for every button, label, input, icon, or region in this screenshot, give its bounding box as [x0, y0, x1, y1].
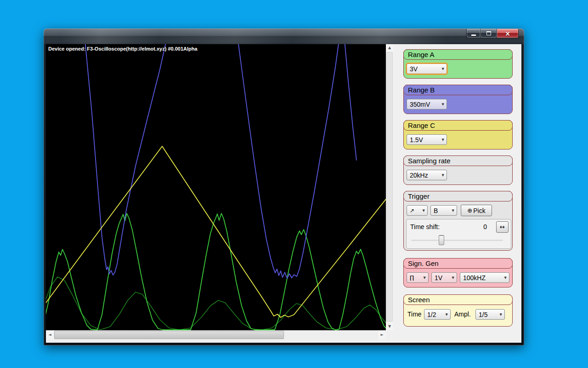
scroll-down-icon: ▼ [388, 325, 391, 328]
screen-label: Screen [408, 296, 430, 304]
device-status-text: Device opened: F3-Oscilloscope(http://el… [48, 46, 198, 52]
scroll-up-button[interactable]: ▲ [386, 44, 393, 52]
trigger-channel-select[interactable]: B ▼ [430, 205, 457, 216]
screen-ampl-select[interactable]: 1/5 ▼ [475, 309, 505, 320]
dropdown-arrow-icon: ▼ [442, 138, 444, 142]
range-a-group: Range A 3V ▼ [403, 49, 513, 79]
maximize-button[interactable] [480, 29, 497, 38]
generator-level-value: 1V [435, 274, 450, 282]
scroll-down-button[interactable]: ▼ [386, 323, 393, 330]
range-c-select[interactable]: 1.5V ▼ [407, 134, 447, 145]
time-shift-value: 0 [483, 223, 487, 230]
signal-generator-title[interactable]: Sign. Gen [403, 258, 513, 269]
range-c-title[interactable]: Range C [403, 120, 513, 131]
range-b-title[interactable]: Range B [403, 85, 513, 95]
app-window: × Device opened: F3-Oscilloscope(http://… [44, 29, 524, 345]
signal-generator-label: Sign. Gen [408, 259, 439, 267]
screen-ampl-value: 1/5 [479, 311, 498, 318]
time-shift-slider-track[interactable] [411, 240, 503, 241]
signal-generator-group: Sign. Gen ∏ ▼ 1V ▼ 100kHZ ▼ [403, 258, 513, 288]
trigger-channel-value: B [434, 207, 450, 214]
range-c-value: 1.5V [410, 136, 440, 144]
range-a-title[interactable]: Range A [403, 49, 513, 60]
scroll-right-icon: ► [380, 333, 383, 337]
scroll-left-icon: ◄ [48, 333, 51, 337]
dropdown-arrow-icon: ▼ [423, 209, 425, 213]
horizontal-scrollbar-thumb[interactable] [54, 331, 284, 339]
range-a-select[interactable]: 3V ▼ [407, 63, 447, 74]
sampling-rate-select[interactable]: 20kHz ▼ [407, 170, 447, 180]
pick-crosshair-icon: ⊕ [467, 207, 472, 214]
sampling-rate-value: 20kHz [410, 172, 440, 179]
dropdown-arrow-icon: ▼ [442, 103, 444, 106]
titlebar-glass [44, 29, 524, 44]
range-b-label: Range B [408, 86, 435, 94]
screen-ampl-label: Ampl. [454, 310, 471, 318]
control-panel: Range A 3V ▼ Range B 350mV ▼ [393, 44, 521, 343]
scrollbar-corner [386, 330, 393, 339]
trigger-label: Trigger [408, 192, 430, 200]
desktop: { "colors": { "desktop": "#0aa4ec", "sco… [0, 0, 588, 368]
scroll-right-button[interactable]: ► [378, 330, 386, 339]
pick-label: Pick [473, 207, 485, 214]
vertical-scrollbar-thumb[interactable] [386, 52, 393, 322]
scope-svg [46, 44, 386, 330]
caption-buttons: × [467, 29, 519, 38]
generator-frequency-value: 100kHZ [463, 274, 503, 282]
screen-group: Screen Time Ampl. 1/2 ▼ 1/5 ▼ [403, 294, 513, 327]
trigger-pick-button[interactable]: ⊕ Pick [461, 205, 492, 216]
trace-channel-blue [85, 44, 166, 275]
dropdown-arrow-icon: ▼ [500, 313, 502, 316]
time-shift-box: Time shift: 0 ↔ [406, 219, 511, 249]
oscilloscope-display: Device opened: F3-Oscilloscope(http://el… [46, 44, 386, 330]
vertical-scrollbar[interactable]: ▲ ▼ [386, 44, 393, 330]
dropdown-arrow-icon: ▼ [446, 313, 448, 316]
time-shift-expand-button[interactable]: ↔ [496, 221, 509, 233]
minimize-button[interactable] [466, 29, 481, 38]
range-c-group: Range C 1.5V ▼ [403, 120, 513, 150]
sampling-rate-group: Sampling rate 20kHz ▼ [403, 155, 513, 185]
screen-time-value: 1/2 [427, 311, 444, 318]
trigger-edge-select[interactable]: ↗ ▼ [407, 205, 428, 216]
trace-channel-green [46, 213, 386, 330]
trace-channel-green-dark [46, 277, 386, 330]
dropdown-arrow-icon: ▼ [452, 276, 454, 280]
trace-channel-blue [345, 44, 356, 160]
range-b-select[interactable]: 350mV ▼ [407, 99, 447, 109]
trigger-title[interactable]: Trigger [403, 191, 513, 201]
window-content: Device opened: F3-Oscilloscope(http://el… [46, 44, 521, 343]
horizontal-arrows-icon: ↔ [500, 224, 505, 230]
screen-title[interactable]: Screen [403, 294, 513, 305]
waveform-select[interactable]: ∏ ▼ [407, 272, 429, 283]
dropdown-arrow-icon: ▼ [504, 276, 507, 280]
time-shift-label: Time shift: [410, 223, 440, 230]
square-wave-icon: ∏ [410, 275, 422, 281]
range-b-group: Range B 350mV ▼ [403, 85, 513, 114]
range-a-value: 3V [410, 65, 440, 73]
generator-frequency-select[interactable]: 100kHZ ▼ [460, 272, 509, 283]
titlebar[interactable]: × [44, 29, 524, 44]
horizontal-scrollbar[interactable]: ◄ ► [46, 330, 386, 339]
trigger-edge-icon: ↗ [410, 207, 421, 214]
dropdown-arrow-icon: ▼ [452, 209, 454, 213]
screen-time-select[interactable]: 1/2 ▼ [424, 309, 451, 320]
generator-level-select[interactable]: 1V ▼ [431, 272, 457, 283]
close-icon: × [505, 30, 510, 37]
dropdown-arrow-icon: ▼ [424, 276, 426, 280]
sampling-rate-title[interactable]: Sampling rate [403, 155, 513, 166]
time-shift-slider-thumb[interactable] [439, 235, 444, 245]
trace-channel-blue [238, 44, 339, 278]
range-a-label: Range A [408, 51, 435, 58]
range-c-label: Range C [408, 121, 435, 129]
scroll-left-button[interactable]: ◄ [46, 330, 54, 339]
range-b-value: 350mV [410, 101, 440, 108]
close-button[interactable]: × [497, 29, 519, 38]
dropdown-arrow-icon: ▼ [442, 67, 444, 71]
minimize-icon [471, 34, 476, 36]
dropdown-arrow-icon: ▼ [442, 173, 444, 177]
trigger-group: Trigger ↗ ▼ B ▼ ⊕ Pick Time shift: 0 [403, 191, 513, 251]
screen-time-label: Time [407, 310, 422, 318]
sampling-rate-label: Sampling rate [408, 157, 451, 165]
scroll-up-icon: ▲ [388, 46, 391, 50]
maximize-icon [486, 31, 491, 35]
